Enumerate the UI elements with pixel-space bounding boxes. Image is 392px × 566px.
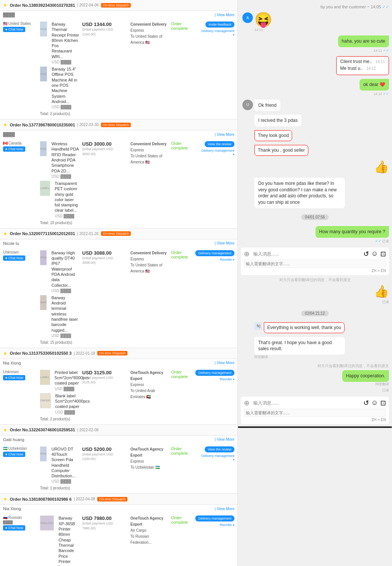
chat-now-button[interactable]: ● Chat Now — [3, 146, 25, 152]
message-bubble: Ok friend — [254, 100, 280, 111]
product-usd: USD ████ — [51, 289, 79, 293]
order-status: Order complete — [171, 22, 198, 31]
delivery-info: OneTouch Agency Export Express To United… — [130, 370, 168, 400]
delivery-type: OneTouch Agency Export — [130, 515, 168, 528]
message-bubble: haha, you are so cute — [338, 35, 389, 47]
shipping-method: Express — [130, 458, 168, 464]
plus-icon-2[interactable]: ⊕ — [244, 399, 250, 407]
lang-label: ZH > EN — [244, 269, 386, 273]
reorder-link[interactable]: Reorder ▾ — [220, 523, 234, 527]
price-info: USD 7980.00 (initial payment USD 7980.00… — [82, 515, 127, 531]
chat-now-button[interactable]: ● Chat Now — [3, 525, 25, 531]
product-name: Barway High quality DT40 IP67 Waterproof… — [51, 250, 79, 288]
shipping-method: Express — [130, 256, 168, 262]
chat-header-text: by you and the customer ~ 14:05 ✓✓ — [241, 3, 389, 12]
chat-message-row: 句 Everything is working well, thank you — [241, 322, 389, 333]
product-name-2: Blank label 5cm*2cm*4000pcs coated paper — [55, 393, 90, 409]
message-bubble: Everything is working well, thank you — [264, 322, 345, 333]
total-line: Total: 2 product(s) — [40, 111, 79, 116]
product-usd: USD ████ — [55, 387, 89, 391]
date-separator: 02/04 21:12 — [241, 308, 389, 318]
price-info: USD 3088.00 (initial payment USD 3088.00… — [82, 250, 127, 265]
lang-label-2: ZH > EN — [244, 418, 386, 422]
chat-now-button[interactable]: ● Chat Now — [3, 452, 25, 457]
seller-name: Nia Xiong — [3, 506, 21, 511]
chat-input-field-2[interactable] — [252, 399, 361, 407]
country-name: Russian — [8, 515, 22, 520]
view-more-link[interactable]: | View More — [215, 13, 234, 17]
seller-info: 🇺🇿 Uzbekistan ● Chat Now — [3, 446, 37, 457]
seller-row: Gatii huang | View More — [0, 435, 237, 443]
order-item: 🇺🇸 United States ● Chat Now POS Barway T… — [0, 18, 237, 119]
view-review-button[interactable]: View the review — [205, 446, 234, 452]
chat-message-row: I recived the 3 pdas — [241, 115, 389, 126]
delivery-info: Convenient Delivery Express To United St… — [130, 22, 168, 46]
delivery-management-link[interactable]: Delivery management ▾ — [201, 29, 234, 37]
message-bubble: Thank you , good seller — [254, 145, 308, 156]
translation-source: 阿里翻译 — [342, 382, 389, 387]
seller-info: 🇷🇺 Russian ████ ● Chat Now — [3, 515, 37, 531]
dispatch-badge: On-time Dispatch — [101, 123, 131, 127]
delivery-management-link[interactable]: Delivery management ▾ — [201, 454, 234, 461]
view-more-link[interactable]: | View More — [215, 361, 234, 365]
view-review-button[interactable]: View the review — [205, 141, 234, 147]
translate-input-field[interactable] — [244, 260, 386, 268]
chat-now-button[interactable]: ● Chat Now — [3, 375, 25, 380]
order-item: 🇷🇺 Russian ████ ● Chat Now PRINTER Barwa… — [0, 512, 237, 566]
screenshot-icon[interactable]: ⊡ — [380, 250, 386, 258]
plus-icon[interactable]: ⊕ — [244, 250, 250, 258]
product-image-2: BAR — [40, 295, 47, 310]
product-usd: USD ████ — [51, 174, 79, 178]
delivery-management-button[interactable]: Delivery management — [195, 370, 234, 376]
delivery-management-button[interactable]: Delivery management — [195, 250, 234, 256]
seller-country: 🇷🇺 Russian — [3, 515, 37, 520]
destination: To United Arab Emirates 🇦🇪 — [130, 388, 168, 400]
thumbs-up-icon: 👍 — [374, 284, 389, 298]
invite-feedback-button[interactable]: Invite feedback — [205, 22, 234, 28]
reorder-link[interactable]: Reorder ▾ — [220, 258, 234, 261]
star-icon: ★ — [3, 427, 8, 433]
order-id: Order No.13803923430010270281 — [10, 3, 75, 8]
total-line: Total: 10 product(s) — [40, 220, 79, 225]
shipping-method: Express — [130, 147, 168, 153]
refresh-icon-2[interactable]: ↺ — [363, 399, 369, 407]
order-item: Unknown ● Chat Now PDA Barway High quali… — [0, 247, 237, 348]
seller-name: Gatii huang — [3, 437, 24, 442]
view-more-link[interactable]: | View More — [215, 507, 234, 511]
price-sub: (initial payment USD 7980.00) — [82, 521, 127, 531]
price-main: USD 7980.00 — [82, 515, 127, 521]
translate-input-field-2[interactable] — [244, 409, 386, 417]
star-icon: ★ — [3, 2, 8, 8]
message-line: Me trust u.. 14:12 — [340, 66, 385, 71]
view-more-link[interactable]: | View More — [215, 132, 234, 137]
chat-message-row: U Ok friend — [241, 100, 389, 111]
order-actions: View the review Delivery management ▾ — [201, 141, 234, 156]
emoji-icon[interactable]: ☺ — [371, 250, 378, 258]
chat-message-row: 👍 — [241, 160, 389, 174]
chat-input-field[interactable] — [252, 250, 361, 258]
refresh-icon[interactable]: ↺ — [363, 250, 369, 258]
screenshot-icon-2[interactable]: ⊡ — [380, 399, 386, 407]
chat-now-button[interactable]: ● Chat Now — [3, 27, 25, 32]
view-more-link[interactable]: | View More — [215, 241, 234, 245]
product-info: PDA Barway High quality DT40 IP67 Waterp… — [40, 250, 79, 345]
orders-panel: ★ Order No.13803923430010270281 | 2022-0… — [0, 0, 237, 566]
destination: To Russian Federation... — [130, 534, 168, 546]
chat-now-button[interactable]: ● Chat Now — [3, 255, 25, 261]
delivery-management-button[interactable]: Delivery management — [195, 515, 234, 521]
delivery-management-link[interactable]: Delivery management ▾ — [201, 149, 234, 156]
price-main: USD 3000.00 — [82, 141, 127, 147]
emoji-icon-2[interactable]: ☺ — [371, 399, 378, 407]
order-date: | 2022-01-26 — [77, 232, 99, 236]
emoji-message: 😝 — [254, 12, 272, 27]
view-more-link[interactable]: | View More — [215, 437, 234, 441]
reorder-link[interactable]: Reorder ▾ — [220, 377, 234, 381]
dispatch-badge: On-time Dispatch — [97, 351, 127, 355]
price-sub: (initial payment USD 3000.00) — [82, 147, 127, 156]
delivery-type: Convenient Delivery — [130, 141, 168, 147]
delivery-type: OneTouch Agency Export — [130, 370, 168, 382]
order-id: Order No.13773967800010235001 — [10, 123, 75, 127]
message-bubble: That's great. I hope you have a good sal… — [254, 337, 345, 355]
seller-name: ████ — [3, 12, 15, 17]
product-usd: USD ████ — [51, 479, 79, 483]
